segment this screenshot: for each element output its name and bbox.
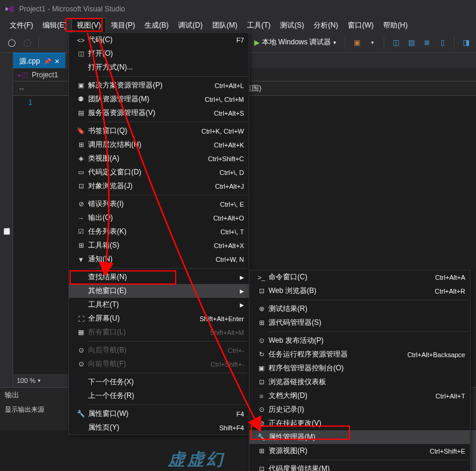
- menu-item[interactable]: 调试(D): [173, 19, 207, 32]
- menu-item-label: 打开方式(N)...: [88, 62, 244, 73]
- menu-item[interactable]: ↻任务运行程序资源管理器Ctrl+Alt+Backsapce: [249, 348, 470, 361]
- toolbar-icon-3[interactable]: ▤: [405, 36, 418, 49]
- menu-item-label: 向后导航(B): [88, 345, 221, 355]
- menu-item[interactable]: 工具(T): [242, 19, 275, 32]
- menu-item[interactable]: ▤服务器资源管理器(V)Ctrl+Alt+S: [69, 106, 249, 120]
- menu-item[interactable]: 🔧属性窗口(W)F4: [69, 407, 249, 421]
- menu-item[interactable]: 文件(F): [5, 19, 38, 32]
- menu-item[interactable]: ⊘错误列表(I)Ctrl+\, E: [69, 197, 249, 211]
- close-icon[interactable]: ✕: [55, 58, 59, 65]
- menu-separator: [269, 331, 469, 332]
- menu-item[interactable]: 项目(P): [106, 19, 140, 32]
- project-label[interactable]: Project1: [32, 71, 58, 79]
- menu-item[interactable]: 其他窗口(E)▶: [69, 284, 249, 298]
- server-explorer-tab[interactable]: 服务器资源管理器: [1, 221, 13, 225]
- menu-item-icon: ⊙: [74, 346, 88, 354]
- menu-item[interactable]: 帮助(H): [378, 19, 412, 32]
- menu-item[interactable]: ▣程序包管理器控制台(O): [249, 361, 470, 375]
- menu-item[interactable]: ◈类视图(A)Ctrl+Shift+C: [69, 152, 249, 165]
- menu-item[interactable]: 查找结果(N)▶: [69, 270, 249, 284]
- menu-item-icon: ⊞: [254, 319, 269, 327]
- menu-item[interactable]: ⊡Web 浏览器(B)Ctrl+Alt+R: [249, 284, 470, 298]
- menu-item-label: 查找结果(N): [88, 272, 244, 282]
- menu-item[interactable]: 编辑(E): [38, 19, 71, 32]
- menu-item[interactable]: >_命令窗口(C)Ctrl+Alt+A: [249, 270, 470, 284]
- menu-item[interactable]: ▼通知(N)Ctrl+W, N: [69, 252, 249, 266]
- menu-item-label: 其他窗口(E): [88, 286, 244, 296]
- menu-item[interactable]: ≡文档大纲(D)Ctrl+Alt+T: [249, 389, 470, 403]
- menu-item[interactable]: ⊘正在挂起更改(V): [249, 416, 470, 430]
- toolbar-icon-1[interactable]: ▣: [350, 36, 363, 49]
- menu-item-label: 全屏幕(U): [88, 313, 192, 324]
- menu-item[interactable]: 属性页(Y)Shift+F4: [69, 421, 249, 434]
- menu-item-icon: ⊞: [74, 241, 88, 249]
- toolbar-icon-2[interactable]: ◫: [389, 36, 402, 49]
- menu-item-icon: ▣: [254, 364, 269, 372]
- toolbar-icon-5[interactable]: ▯: [436, 36, 449, 49]
- menu-item-shortcut: Ctrl+K, Ctrl+W: [201, 128, 244, 135]
- toolbar-icon-6[interactable]: ◨: [459, 36, 472, 49]
- menu-item[interactable]: 生成(B): [140, 19, 173, 32]
- menu-item-icon: ≡: [254, 393, 269, 400]
- menu-item-icon: ⊞: [254, 447, 269, 455]
- project-icon: ▸◫: [18, 71, 28, 79]
- menu-item[interactable]: 打开方式(N)...: [69, 61, 249, 74]
- menu-item-icon: ▣: [74, 81, 88, 89]
- line-gutter: 1: [13, 96, 37, 109]
- menu-item[interactable]: ⛶全屏幕(U)Shift+Alt+Enter: [69, 312, 249, 325]
- menu-item[interactable]: ▭代码定义窗口(D)Ctrl+\, D: [69, 165, 249, 179]
- menu-item-label: 输出(O): [88, 213, 206, 223]
- toolbar-icon-4[interactable]: ≣: [420, 36, 433, 49]
- nav-fwd-icon: ◯: [20, 36, 34, 49]
- play-icon: ▶: [254, 38, 260, 47]
- menu-item[interactable]: 分析(N): [309, 19, 343, 32]
- menu-item[interactable]: <>代码(C)F7: [69, 33, 249, 47]
- menu-item[interactable]: ⊞源代码管理器(S): [249, 316, 470, 330]
- title-text: Project1 - Microsoft Visual Studio: [19, 5, 125, 13]
- menu-item-shortcut: Ctrl+Alt+T: [435, 393, 465, 400]
- menu-item[interactable]: 团队(M): [207, 19, 242, 32]
- menu-item[interactable]: 🔖书签窗口(Q)Ctrl+K, Ctrl+W: [69, 124, 249, 138]
- zoom-control[interactable]: 100 % ▾: [13, 374, 73, 387]
- menu-item-label: 源代码管理器(S): [269, 318, 465, 328]
- menu-separator: [88, 341, 248, 342]
- menu-item[interactable]: 🔧属性管理器(M): [249, 430, 470, 444]
- menu-item-shortcut: Ctrl+\, Ctrl+M: [205, 96, 244, 103]
- menu-item[interactable]: ⊡浏览器链接仪表板: [249, 375, 470, 389]
- nav-back-icon[interactable]: ◯: [5, 36, 18, 49]
- file-tab[interactable]: 源.cpp 📌 ✕: [13, 53, 65, 68]
- menu-item[interactable]: →输出(O)Ctrl+Alt+O: [69, 211, 249, 225]
- pin-icon[interactable]: 📌: [44, 58, 51, 65]
- menu-item[interactable]: ⊗测试结果(R): [249, 302, 470, 316]
- menu-item-shortcut: Shift+F4: [219, 424, 244, 431]
- menu-item[interactable]: ◫打开(O): [69, 47, 249, 61]
- menu-item[interactable]: ⚉团队资源管理器(M)Ctrl+\, Ctrl+M: [69, 92, 249, 106]
- menu-item[interactable]: 视图(V): [71, 18, 106, 33]
- menu-item[interactable]: ⊙历史记录(I): [249, 403, 470, 416]
- menu-item[interactable]: 上一个任务(R): [69, 389, 249, 403]
- chevron-down-icon[interactable]: ▾: [366, 36, 379, 49]
- menu-item-shortcut: Ctrl+W, N: [216, 256, 244, 263]
- menu-item-label: 任务列表(K): [88, 227, 213, 237]
- menu-item[interactable]: 工具栏(T)▶: [69, 298, 249, 312]
- menu-item[interactable]: ⊞调用层次结构(H)Ctrl+Alt+K: [69, 138, 249, 152]
- menu-item[interactable]: ⊡代码度量值结果(M): [249, 462, 470, 471]
- menu-item[interactable]: ☑任务列表(K)Ctrl+\, T: [69, 225, 249, 238]
- menu-item[interactable]: ⊙Web 发布活动(P): [249, 334, 470, 348]
- menu-item-icon: ⛶: [74, 315, 88, 322]
- menu-item-label: 程序包管理器控制台(O): [269, 363, 465, 373]
- menu-item[interactable]: ⊞工具箱(S)Ctrl+Alt+X: [69, 238, 249, 252]
- menu-item[interactable]: 窗口(W): [343, 19, 378, 32]
- menu-item-shortcut: Ctrl+Shift+-: [210, 361, 244, 368]
- menu-item-icon: 🔖: [74, 127, 88, 135]
- nav-left-icon[interactable]: ↔: [18, 84, 25, 93]
- menu-item-label: 属性管理器(M): [269, 432, 465, 442]
- menu-item[interactable]: ▣解决方案资源管理器(P)Ctrl+Alt+L: [69, 78, 249, 92]
- titlebar: Project1 - Microsoft Visual Studio: [0, 0, 476, 18]
- menu-item[interactable]: 下一个任务(X): [69, 375, 249, 389]
- menu-item-shortcut: Ctrl+Alt+O: [213, 215, 244, 222]
- menu-item[interactable]: ⊡对象浏览器(J)Ctrl+Alt+J: [69, 179, 249, 193]
- start-debug-button[interactable]: ▶ 本地 Windows 调试器 ▾: [251, 36, 340, 49]
- menu-item[interactable]: 测试(S): [275, 19, 309, 32]
- menu-item[interactable]: ⊞资源视图(R)Ctrl+Shift+E: [249, 444, 470, 458]
